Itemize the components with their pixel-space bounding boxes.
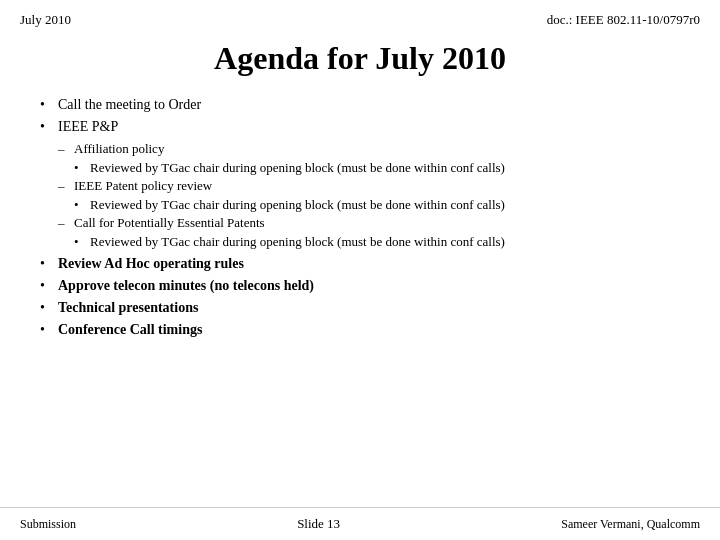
- header: July 2010 doc.: IEEE 802.11-10/0797r0: [0, 0, 720, 32]
- bullet-item: •IEEE P&P: [40, 119, 680, 135]
- sub-item: –Affiliation policy: [58, 141, 680, 157]
- header-right: doc.: IEEE 802.11-10/0797r0: [547, 12, 700, 28]
- sub-sub-items: •Reviewed by TGac chair during opening b…: [74, 160, 680, 176]
- sub-sub-item: •Reviewed by TGac chair during opening b…: [74, 160, 680, 176]
- footer-right: Sameer Vermani, Qualcomm: [561, 517, 700, 532]
- sub-sub-items: •Reviewed by TGac chair during opening b…: [74, 234, 680, 250]
- bullet-dot: •: [40, 322, 58, 338]
- sub-sub-bullet: •: [74, 234, 90, 250]
- sub-sub-text: Reviewed by TGac chair during opening bl…: [90, 197, 505, 213]
- bullet-dot: •: [40, 97, 58, 113]
- sub-sub-items: •Reviewed by TGac chair during opening b…: [74, 197, 680, 213]
- bullet-text: Technical presentations: [58, 300, 198, 316]
- slide-title: Agenda for July 2010: [0, 32, 720, 93]
- bullet-dot: •: [40, 256, 58, 272]
- bullet-text: Approve telecon minutes (no telecons hel…: [58, 278, 314, 294]
- bullet-item: •Technical presentations: [40, 300, 680, 316]
- sub-text: Call for Potentially Essential Patents: [74, 215, 265, 231]
- slide: July 2010 doc.: IEEE 802.11-10/0797r0 Ag…: [0, 0, 720, 540]
- bullet-item: •Conference Call timings: [40, 322, 680, 338]
- bullet-dot: •: [40, 278, 58, 294]
- sub-item: –IEEE Patent policy review: [58, 178, 680, 194]
- content-area: •Call the meeting to Order•IEEE P&P–Affi…: [0, 93, 720, 338]
- sub-bullet: –: [58, 141, 74, 157]
- sub-sub-bullet: •: [74, 197, 90, 213]
- bullet-text: IEEE P&P: [58, 119, 118, 135]
- footer: Submission Slide 13 Sameer Vermani, Qual…: [0, 507, 720, 540]
- sub-sub-item: •Reviewed by TGac chair during opening b…: [74, 197, 680, 213]
- sub-sub-item: •Reviewed by TGac chair during opening b…: [74, 234, 680, 250]
- sub-sub-bullet: •: [74, 160, 90, 176]
- bullet-text: Call the meeting to Order: [58, 97, 201, 113]
- sub-text: IEEE Patent policy review: [74, 178, 212, 194]
- bullet-item: •Call the meeting to Order: [40, 97, 680, 113]
- sub-bullet: –: [58, 215, 74, 231]
- bullet-text: Review Ad Hoc operating rules: [58, 256, 244, 272]
- sub-bullet: –: [58, 178, 74, 194]
- header-left: July 2010: [20, 12, 71, 28]
- sub-text: Affiliation policy: [74, 141, 164, 157]
- bullet-text: Conference Call timings: [58, 322, 202, 338]
- bullet-item: •Review Ad Hoc operating rules: [40, 256, 680, 272]
- footer-center: Slide 13: [297, 516, 340, 532]
- sub-items: –Affiliation policy•Reviewed by TGac cha…: [58, 141, 680, 250]
- bullet-item: •Approve telecon minutes (no telecons he…: [40, 278, 680, 294]
- sub-item: –Call for Potentially Essential Patents: [58, 215, 680, 231]
- sub-sub-text: Reviewed by TGac chair during opening bl…: [90, 160, 505, 176]
- sub-sub-text: Reviewed by TGac chair during opening bl…: [90, 234, 505, 250]
- bullet-dot: •: [40, 119, 58, 135]
- bullet-dot: •: [40, 300, 58, 316]
- footer-left: Submission: [20, 517, 76, 532]
